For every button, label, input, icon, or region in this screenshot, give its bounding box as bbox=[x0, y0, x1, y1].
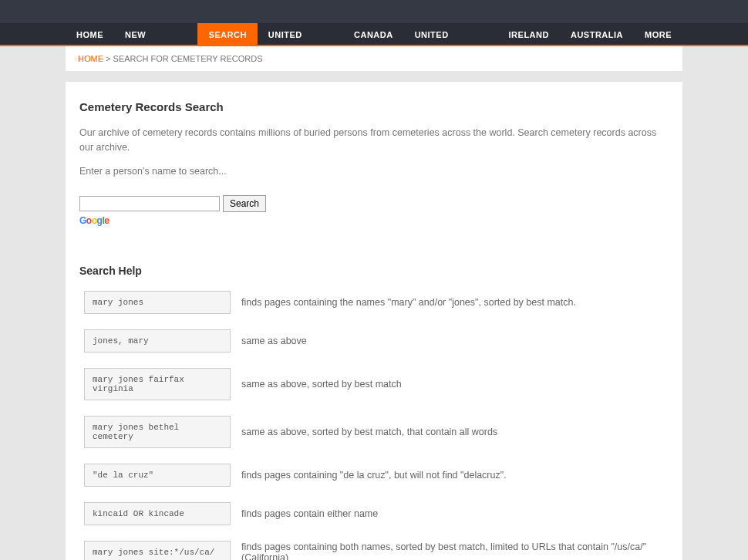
help-description: same as above, sorted by best match, tha… bbox=[241, 427, 669, 437]
help-description: finds pages containing the names "mary" … bbox=[241, 297, 669, 308]
nav-item-united-kingdom[interactable]: UNITED KINGDOM bbox=[404, 23, 498, 45]
help-example: "de la cruz" bbox=[84, 464, 231, 487]
help-description: same as above, sorted by best match bbox=[241, 379, 669, 390]
help-row: mary jones site:*/us/ca/finds pages cont… bbox=[79, 541, 669, 560]
page-description: Our archive of cemetery records contains… bbox=[79, 126, 669, 155]
search-hint: Enter a person's name to search... bbox=[79, 164, 669, 179]
help-description: finds pages contain either name bbox=[241, 508, 669, 519]
help-example: mary jones bethel cemetery bbox=[84, 416, 231, 448]
help-example: kincaid OR kincade bbox=[84, 502, 231, 525]
nav-item-more[interactable]: MORE bbox=[634, 23, 682, 45]
nav-item-new-records[interactable]: NEW RECORDS bbox=[114, 23, 197, 45]
help-description: same as above bbox=[241, 336, 669, 346]
page-title: Cemetery Records Search bbox=[79, 100, 669, 113]
nav-item-search[interactable]: SEARCH bbox=[197, 23, 257, 45]
search-input[interactable] bbox=[79, 196, 220, 211]
help-row: kincaid OR kincadefinds pages contain ei… bbox=[79, 502, 669, 525]
nav-item-ireland[interactable]: IRELAND bbox=[498, 23, 560, 45]
nav-item-home[interactable]: HOME bbox=[66, 23, 114, 45]
search-button[interactable]: Search bbox=[223, 195, 266, 212]
search-help-title: Search Help bbox=[79, 265, 669, 277]
help-row: "de la cruz"finds pages containing "de l… bbox=[79, 464, 669, 487]
help-row: jones, marysame as above bbox=[79, 329, 669, 353]
help-row: mary jonesfinds pages containing the nam… bbox=[79, 291, 669, 314]
help-row: mary jones bethel cemeterysame as above,… bbox=[79, 416, 669, 448]
help-description: finds pages containing both names, sorte… bbox=[241, 541, 669, 560]
help-description: finds pages containing "de la cruz", but… bbox=[241, 470, 669, 481]
breadcrumb-home[interactable]: HOME bbox=[78, 54, 103, 63]
help-example: jones, mary bbox=[84, 329, 231, 353]
breadcrumb-current: SEARCH FOR CEMETERY RECORDS bbox=[113, 54, 263, 63]
help-example: mary jones fairfax virginia bbox=[84, 368, 231, 400]
nav-item-canada[interactable]: CANADA bbox=[343, 23, 404, 45]
help-example: mary jones bbox=[84, 291, 231, 314]
google-logo: Google bbox=[79, 215, 669, 226]
nav-item-australia[interactable]: AUSTRALIA bbox=[560, 23, 634, 45]
breadcrumb-sep: > bbox=[103, 54, 113, 63]
help-example: mary jones site:*/us/ca/ bbox=[84, 541, 231, 560]
help-row: mary jones fairfax virginiasame as above… bbox=[79, 368, 669, 400]
nav-item-united-states[interactable]: UNITED STATES bbox=[258, 23, 343, 45]
